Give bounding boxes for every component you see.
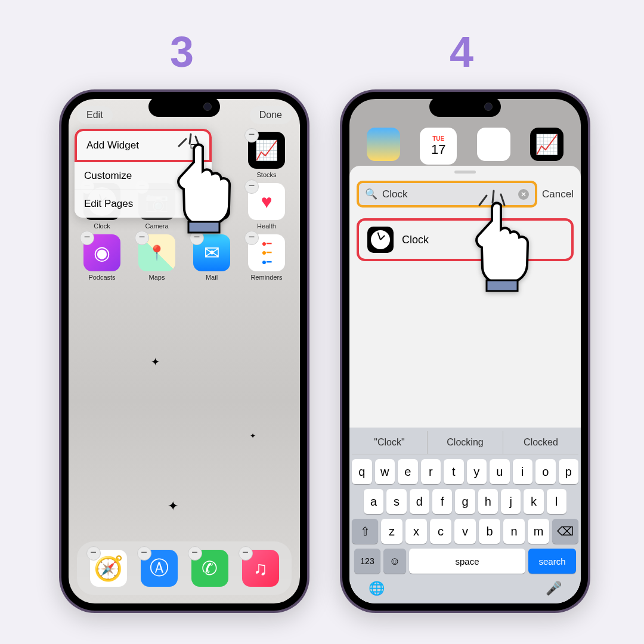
mail-icon: ✉ [204,242,220,264]
key-r[interactable]: r [421,459,441,484]
podcasts-icon: ◉ [94,242,110,264]
background-app-row: TUE 17 ✿ 📈 [357,128,574,165]
suggestion[interactable]: "Clock" [352,431,428,454]
photos-icon: ✿ [477,128,510,161]
phone-step-3: Edit Done 📈− Stocks − Clock 📷− Camera [59,89,309,613]
tap-indicator-lines [471,177,519,215]
key-a[interactable]: a [364,489,383,514]
backspace-key[interactable]: ⌫ [552,519,578,544]
remove-badge-icon[interactable]: − [80,231,94,245]
dock-music[interactable]: ♫− [242,550,279,587]
globe-icon[interactable]: 🌐 [369,581,385,596]
widget-picker-screen: TUE 17 ✿ 📈 🔍 Clock ✕ Cancel [349,99,581,603]
stocks-icon: 📈 [255,139,278,162]
key-o[interactable]: o [535,459,556,484]
music-icon: ♫ [253,558,268,580]
app-label: Reminders [250,274,282,281]
numbers-key[interactable]: 123 [354,549,380,574]
menu-label: Add Widget [86,140,139,151]
maps-icon: 📍 [148,244,166,261]
key-v[interactable]: v [454,519,476,544]
key-b[interactable]: b [479,519,500,544]
key-q[interactable]: q [352,459,372,484]
app-label: Maps [149,274,165,281]
shift-key[interactable]: ⇧ [352,519,378,544]
edit-button[interactable]: Edit [77,106,113,124]
clear-icon[interactable]: ✕ [518,189,529,200]
svg-line-1 [190,134,191,144]
remove-badge-icon[interactable]: − [190,231,204,245]
key-g[interactable]: g [455,489,475,514]
dynamic-island [148,97,220,117]
key-e[interactable]: e [398,459,418,484]
app-mail[interactable]: ✉− Mail [185,234,238,281]
key-k[interactable]: k [524,489,543,514]
key-f[interactable]: f [432,489,452,514]
emoji-key[interactable]: ☺ [383,549,406,574]
key-m[interactable]: m [528,519,549,544]
mic-icon[interactable]: 🎤 [546,581,562,596]
key-row-1: qwertyuiop [352,459,578,484]
key-n[interactable]: n [503,519,525,544]
key-t[interactable]: t [444,459,464,484]
dynamic-island [429,97,501,117]
app-health[interactable]: ♥− Health [240,183,293,230]
suggestion[interactable]: Clocking [428,431,503,454]
remove-badge-icon[interactable]: − [137,546,151,561]
app-reminders[interactable]: ●━●━●━− Reminders [240,234,293,281]
sparkle-icon: ✦ [168,499,178,514]
app-maps[interactable]: 📍− Maps [131,234,183,281]
remove-badge-icon[interactable]: − [244,179,259,194]
key-c[interactable]: c [430,519,451,544]
home-screen-edit-mode: Edit Done 📈− Stocks − Clock 📷− Camera [69,99,300,603]
key-h[interactable]: h [478,489,498,514]
dock-appstore[interactable]: Ⓐ− [141,550,178,587]
search-key[interactable]: search [528,549,576,574]
clock-app-icon [367,227,394,253]
stocks-icon: 📈 [530,128,564,161]
suggestion[interactable]: Clocked [503,431,578,454]
remove-badge-icon[interactable]: − [239,546,253,561]
svg-line-6 [501,194,504,205]
menu-customize[interactable]: Customize ◧ [75,162,212,190]
key-z[interactable]: z [381,519,402,544]
key-w[interactable]: w [375,459,395,484]
keyboard: "Clock" Clocking Clocked qwertyuiop asdf… [349,428,581,603]
tap-indicator-lines [173,122,209,154]
app-label: Health [257,222,276,230]
app-podcasts[interactable]: ◉− Podcasts [76,234,128,281]
key-s[interactable]: s [386,489,406,514]
search-result-clock[interactable]: Clock [357,218,574,261]
key-p[interactable]: p [559,459,579,484]
key-row-2: asdfghjkl [352,489,578,514]
remove-badge-icon[interactable]: − [244,128,259,143]
sheet-grabber[interactable] [454,171,476,174]
space-key[interactable]: space [409,549,525,574]
svg-line-5 [493,191,494,203]
cancel-button[interactable]: Cancel [542,188,574,200]
key-x[interactable]: x [405,519,427,544]
dock-safari[interactable]: 🧭− [90,550,127,587]
key-l[interactable]: l [547,489,566,514]
remove-badge-icon[interactable]: − [188,546,202,561]
key-u[interactable]: u [490,459,510,484]
key-j[interactable]: j [501,489,521,514]
key-row-3: ⇧ zxcvbnm ⌫ [352,519,578,544]
app-stocks[interactable]: 📈− Stocks [240,132,293,178]
step-number-4: 4 [450,27,473,76]
remove-badge-icon[interactable]: − [244,231,259,245]
app-label: Podcasts [88,274,115,281]
search-icon: 🔍 [365,188,377,200]
customize-icon: ◧ [193,171,202,182]
remove-badge-icon[interactable]: − [86,546,101,561]
key-i[interactable]: i [513,459,533,484]
app-label: Mail [206,274,218,281]
done-button[interactable]: Done [250,106,292,124]
key-y[interactable]: y [467,459,487,484]
dock-phone[interactable]: ✆− [191,550,228,587]
menu-edit-pages[interactable]: Edit Pages [75,190,212,218]
remove-badge-icon[interactable]: − [135,231,149,245]
heart-icon: ♥ [261,191,273,213]
key-d[interactable]: d [410,489,429,514]
app-label: Stocks [256,171,276,178]
